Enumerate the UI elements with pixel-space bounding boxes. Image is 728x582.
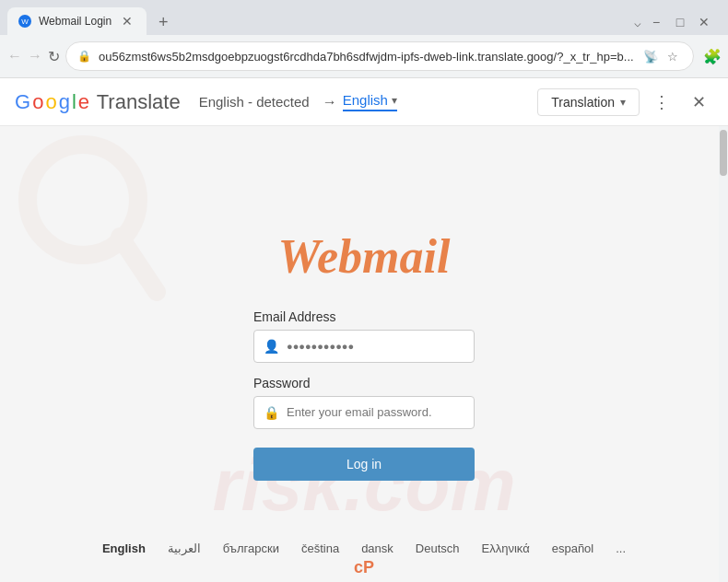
tab-title: Webmail Login [39, 15, 112, 28]
lang-czech[interactable]: čeština [301, 541, 339, 555]
cast-icon[interactable]: 📡 [641, 47, 660, 65]
restore-down-icon: ⌵ [634, 16, 641, 29]
lang-arabic[interactable]: العربية [168, 541, 201, 555]
reload-btn[interactable]: ↻ [48, 42, 60, 70]
close-btn[interactable]: ✕ [695, 13, 713, 31]
lang-spanish[interactable]: español [552, 541, 594, 555]
lang-danish[interactable]: dansk [361, 541, 393, 555]
target-language[interactable]: English ▾ [343, 92, 397, 111]
translation-dropdown-btn[interactable]: Translation ▾ [537, 88, 640, 116]
lang-german[interactable]: Deutsch [416, 541, 460, 555]
new-tab-btn[interactable]: + [150, 9, 176, 35]
minimize-btn[interactable]: − [647, 13, 665, 31]
login-btn[interactable]: Log in [253, 448, 475, 481]
translate-menu-btn[interactable]: ⋮ [647, 87, 676, 117]
address-bar[interactable]: 🔒 ou56zmst6ws5b2msdgoebpzuogst6rcdhda7bh… [65, 41, 694, 71]
lang-more[interactable]: ... [616, 541, 626, 555]
lock-field-icon: 🔒 [264, 405, 279, 420]
star-icon[interactable]: ☆ [663, 47, 682, 65]
forward-btn[interactable]: → [28, 42, 42, 70]
back-btn[interactable]: ← [7, 42, 22, 70]
language-footer: English العربية български čeština dansk … [0, 541, 728, 555]
chevron-icon: ▾ [392, 94, 397, 107]
password-input[interactable] [287, 405, 464, 419]
email-input-wrapper: 👤 [253, 330, 475, 363]
source-language[interactable]: English - detected [199, 94, 310, 110]
cpanel-logo: cP [354, 558, 374, 577]
lang-greek[interactable]: Ελληνικά [482, 541, 530, 555]
lang-bulgarian[interactable]: български [223, 541, 279, 555]
scrollbar[interactable] [719, 126, 728, 582]
lang-english[interactable]: English [102, 541, 146, 555]
tab-close-btn[interactable]: ✕ [119, 13, 135, 29]
password-input-wrapper: 🔒 [253, 396, 475, 429]
arrow-icon: → [323, 94, 337, 111]
password-label: Password [253, 376, 475, 390]
dropdown-chevron-icon: ▾ [620, 96, 626, 109]
scrollbar-thumb[interactable] [720, 130, 727, 176]
email-input[interactable] [287, 341, 464, 352]
extensions-btn[interactable]: 🧩 [699, 43, 725, 69]
lock-icon: 🔒 [77, 50, 91, 63]
translate-close-btn[interactable]: ✕ [684, 87, 713, 117]
browser-tab[interactable]: W Webmail Login ✕ [7, 7, 147, 35]
tab-favicon: W [18, 15, 31, 28]
email-label: Email Address [253, 309, 475, 324]
user-icon: 👤 [264, 339, 279, 354]
restore-btn[interactable]: □ [671, 13, 689, 31]
google-translate-logo: Google Translate [15, 90, 181, 114]
address-text: ou56zmst6ws5b2msdgoebpzuogst6rcdhda7bh6s… [99, 50, 634, 64]
webmail-logo: Webmail [278, 229, 451, 284]
